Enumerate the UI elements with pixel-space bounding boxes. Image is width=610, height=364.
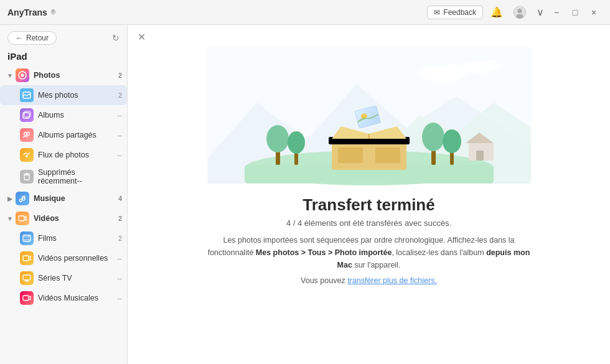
sidebar-item-albums-partages[interactable]: Albums partagés -- [0, 125, 127, 145]
svg-point-45 [443, 129, 461, 153]
sidebar-item-mes-photos[interactable]: Mes photos 2 [0, 85, 127, 105]
sidebar-header: ← Retour ↻ [0, 25, 127, 49]
photos-count: 2 [112, 72, 122, 79]
svg-rect-20 [23, 235, 30, 241]
photos-label: Photos [34, 71, 112, 80]
maximize-button[interactable]: □ [566, 4, 584, 21]
desc-part3: sur l'appareil. [352, 261, 400, 269]
chevron-videos-icon: ▼ [6, 215, 14, 222]
sidebar-items: ▼ Photos 2 Mes photos 2 Albums -- [0, 65, 127, 364]
svg-point-58 [462, 62, 482, 73]
illustration [207, 44, 531, 187]
albums-icon [20, 108, 34, 122]
films-icon [20, 231, 34, 245]
mes-photos-icon [20, 88, 34, 102]
avatar-icon [513, 6, 527, 19]
transfer-more-files-link[interactable]: transférer plus de fichiers. [347, 276, 437, 285]
link-prefix: Vous pouvez [301, 276, 347, 285]
transfer-description: Les photos importées sont séquencées par… [207, 234, 531, 271]
flux-count: -- [112, 151, 122, 159]
musique-icon [16, 192, 29, 205]
svg-rect-11 [24, 175, 29, 180]
videos-perso-count: -- [112, 254, 122, 262]
sidebar-item-albums[interactable]: Albums -- [0, 105, 127, 125]
svg-rect-19 [19, 216, 24, 221]
albums-partages-icon [20, 128, 34, 142]
transfer-subtitle: 4 / 4 éléments ont été transférés avec s… [286, 218, 451, 228]
svg-line-16 [22, 196, 26, 197]
svg-point-41 [288, 131, 305, 154]
user-avatar[interactable] [510, 4, 529, 21]
transfer-link-area: Vous pouvez transférer plus de fichiers. [301, 276, 437, 285]
chevron-icon: ▼ [6, 72, 14, 79]
feedback-label: Feedback [443, 8, 476, 17]
svg-point-57 [479, 60, 502, 71]
svg-point-55 [419, 66, 444, 80]
films-count: 2 [112, 235, 122, 242]
mes-photos-label: Mes photos [38, 91, 112, 100]
feedback-button[interactable]: ✉ Feedback [427, 6, 483, 19]
albums-partages-label: Albums partagés [38, 131, 112, 139]
sidebar-item-videos[interactable]: ▼ Vidéos 2 [0, 208, 127, 228]
svg-rect-28 [23, 275, 30, 280]
device-label: iPad [0, 49, 127, 65]
sidebar-item-series[interactable]: Séries TV -- [0, 268, 127, 288]
videos-count: 2 [112, 215, 122, 222]
series-icon [20, 271, 34, 285]
musique-count: 4 [112, 195, 122, 202]
sidebar-item-photos[interactable]: ▼ Photos 2 [0, 65, 127, 85]
desc-bold1: Mes photos > Tous > Photo importée [256, 248, 392, 257]
transfer-title: Transfert terminé [303, 195, 434, 215]
sidebar-item-flux[interactable]: Flux de photos -- [0, 145, 127, 165]
refresh-button[interactable]: ↻ [112, 33, 120, 43]
videos-icon [16, 212, 29, 225]
series-count: -- [112, 274, 122, 282]
app-reg: ® [51, 9, 55, 16]
albums-count: -- [112, 111, 122, 119]
minimize-button[interactable]: − [548, 4, 565, 21]
chevron-down-button[interactable]: ∨ [534, 5, 547, 19]
videos-musicales-label: Vidéos Musicales [38, 294, 112, 302]
sidebar-item-videos-musicales[interactable]: Vidéos Musicales -- [0, 288, 127, 308]
app-title: AnyTrans [7, 7, 47, 17]
films-label: Films [38, 234, 112, 243]
albums-partages-count: -- [112, 131, 122, 139]
videos-musicales-icon [20, 291, 34, 305]
svg-rect-49 [375, 147, 400, 163]
main-layout: ← Retour ↻ iPad ▼ Photos 2 Mes photos [0, 25, 610, 364]
flux-label: Flux de photos [38, 151, 112, 159]
back-button[interactable]: ← Retour [7, 31, 57, 45]
notification-button[interactable]: 🔔 [488, 5, 505, 19]
dialog-close-button[interactable]: ✕ [135, 31, 148, 44]
svg-rect-27 [23, 256, 29, 261]
close-button[interactable]: × [585, 4, 603, 21]
supprimes-icon [20, 170, 34, 184]
svg-point-4 [21, 74, 24, 77]
sidebar-item-musique[interactable]: ▶ Musique 4 [0, 189, 127, 208]
svg-point-43 [422, 123, 444, 151]
window-controls: ∨ − □ × [534, 4, 603, 21]
transfer-result-panel: Transfert terminé 4 / 4 éléments ont été… [128, 25, 610, 364]
back-arrow-icon: ← [16, 34, 23, 42]
svg-point-39 [266, 125, 289, 152]
mes-photos-count: 2 [112, 91, 122, 99]
back-label: Retour [26, 34, 49, 42]
sidebar-item-videos-perso[interactable]: Vidéos personnelles -- [0, 248, 127, 268]
sidebar-item-films[interactable]: Films 2 [0, 228, 127, 248]
svg-point-10 [26, 155, 28, 157]
sidebar: ← Retour ↻ iPad ▼ Photos 2 Mes photos [0, 25, 128, 364]
feedback-icon: ✉ [434, 8, 440, 17]
title-bar: AnyTrans® ✉ Feedback 🔔 ∨ − □ × [0, 0, 610, 25]
musique-label: Musique [34, 194, 112, 203]
series-label: Séries TV [38, 274, 112, 282]
title-bar-right: ✉ Feedback 🔔 ∨ − □ × [427, 4, 603, 21]
content-area: ✕ [128, 25, 610, 364]
supprimes-label: Supprimés récemment-- [38, 168, 112, 185]
svg-point-2 [517, 14, 523, 18]
videos-musicales-count: -- [112, 294, 122, 302]
app-branding: AnyTrans® [7, 7, 55, 17]
videos-perso-label: Vidéos personnelles [38, 254, 112, 263]
videos-label: Vidéos [34, 214, 112, 223]
sidebar-item-supprimes[interactable]: Supprimés récemment-- [0, 165, 127, 189]
desc-part2: , localisez-les dans l'album [392, 248, 486, 257]
